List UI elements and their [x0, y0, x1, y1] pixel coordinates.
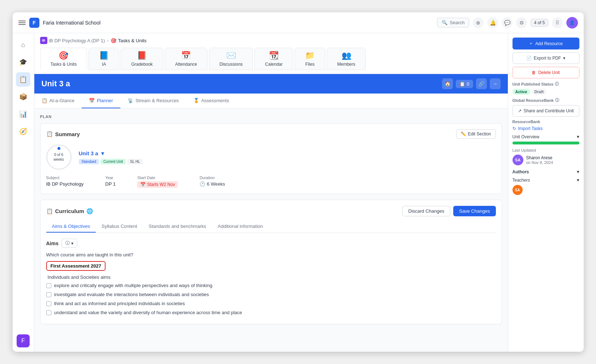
calendar-tab-label: Calendar [265, 62, 283, 67]
school-name: Faria International School [43, 20, 101, 26]
chevron-down-icon: ▾ [577, 134, 579, 139]
plugin-icon[interactable]: F [17, 334, 30, 347]
teachers-label: Teachers [513, 178, 530, 183]
sidebar-item-tasks[interactable]: 📋 [16, 72, 30, 87]
tab-gradebook[interactable]: 📕 Gradebook [121, 48, 163, 70]
counter-badge[interactable]: 4 of 5 [531, 19, 548, 27]
tab-discussions[interactable]: ✉️ Discussions [209, 48, 253, 70]
breadcrumb-current-label: Tasks & Units [118, 38, 146, 43]
sub-tab-stream-resources[interactable]: 📡 Stream & Resources [120, 94, 186, 108]
checkbox-2[interactable] [46, 292, 51, 297]
updater-info: Sharon Arese on Nov 8, 2024 [526, 155, 553, 165]
share-btn-label: Share and Contribute Unit [524, 108, 574, 113]
attendance-tab-icon: 📅 [181, 51, 191, 60]
unit-status-text: Unit Published Status [513, 82, 554, 86]
aims-row: Aims ⓘ ▾ [46, 239, 496, 248]
right-sidebar: ＋ Add Resource 📄 Export to PDF ▾ 🗑 Delet… [508, 33, 584, 352]
discard-changes-button[interactable]: Discard Changes [402, 206, 451, 216]
breadcrumb-course[interactable]: IB IB DP Psychology A (DP 1) [40, 37, 105, 44]
unit-home-button[interactable]: 🏠 [442, 78, 453, 89]
search-label: Search [450, 20, 464, 25]
sidebar-item-home[interactable]: ⌂ [16, 38, 30, 52]
assessments-icon: 🏅 [193, 98, 199, 103]
user-avatar[interactable]: 👤 [566, 17, 578, 29]
main-panel: IB IB DP Psychology A (DP 1) › 🎯 Tasks &… [34, 33, 508, 352]
teachers-chevron-icon: ▾ [577, 177, 579, 183]
tab-members[interactable]: 👥 Members [327, 48, 366, 70]
apps-grid-icon[interactable]: ⠿ [552, 17, 563, 28]
updater-avatar: SA [513, 155, 523, 165]
unit-count-icon: 📋 [459, 81, 465, 87]
checkbox-label-4: understand and value the variety and div… [54, 310, 242, 315]
save-changes-button[interactable]: Save Changes [453, 206, 496, 216]
add-resource-button[interactable]: ＋ Add Resource [513, 38, 579, 49]
calendar-tab-icon: 📆 [269, 51, 279, 60]
aims-label: Aims [46, 240, 59, 246]
sub-tab-assessments[interactable]: 🏅 Assessments [186, 94, 236, 108]
curriculum-icon: 📋 [46, 208, 53, 214]
share-icon: ↗ [518, 108, 522, 113]
settings-icon[interactable]: ⚙ [516, 17, 527, 28]
summary-row: 0 of 6 weeks Unit 3 a ▾ [46, 144, 496, 170]
topbar-right: 🔍 Search ⊕ 🔔 💬 ⚙ 4 of 5 ⠿ 👤 [437, 17, 578, 29]
updater-row: SA Sharon Arese on Nov 8, 2024 [513, 155, 579, 165]
unit-link-button[interactable]: 🔗 [476, 78, 487, 89]
sidebar-item-resources[interactable]: 📦 [16, 90, 30, 104]
unit-name-row[interactable]: Unit 3 a ▾ [79, 150, 143, 157]
teachers-row[interactable]: Teachers ▾ [513, 177, 579, 183]
assessment-badge[interactable]: First Assessment 2027 [46, 261, 106, 271]
ia-tab-icon: 📘 [99, 51, 109, 60]
edit-btn-label: Edit Section [468, 131, 491, 136]
tab-tasks-units[interactable]: 🎯 Tasks & Units [40, 48, 87, 70]
files-tab-label: Files [305, 62, 314, 67]
search-box[interactable]: 🔍 Search [437, 18, 469, 27]
tab-ia[interactable]: 📘 IA [89, 48, 119, 70]
menu-icon[interactable] [18, 19, 26, 26]
help-icon[interactable]: ⊕ [473, 17, 484, 28]
plan-content: PLAN 📋 Summary ✏️ Edit Section [34, 109, 508, 330]
unit-overview-collapsible[interactable]: Unit Overview ▾ [513, 134, 579, 139]
tab-attendance[interactable]: 📅 Attendance [165, 48, 208, 70]
globe-icon: 🌐 [86, 208, 93, 214]
meta-start-date: Start Date 📅 Starts W2 Nov [137, 176, 178, 188]
teacher-avatar: SA [513, 185, 523, 195]
last-updated-label: Last Updated [513, 148, 579, 152]
global-resource-label: Global ResourceBank ⓘ [513, 98, 579, 103]
meta-row: Subject IB DP Psychology Year DP 1 Start… [46, 176, 496, 188]
checkbox-1[interactable] [46, 283, 51, 288]
content-area: IB IB DP Psychology A (DP 1) › 🎯 Tasks &… [34, 33, 584, 352]
course-header: IB IB DP Psychology A (DP 1) › 🎯 Tasks &… [34, 33, 508, 74]
unit-next-button[interactable]: → [490, 78, 501, 89]
checkbox-4[interactable] [46, 310, 51, 315]
sidebar-item-courses[interactable]: 🎓 [16, 55, 30, 69]
checkbox-3[interactable] [46, 301, 51, 306]
notifications-icon[interactable]: 🔔 [487, 17, 498, 28]
unit-overview-label: Unit Overview [513, 134, 540, 139]
sidebar-item-reports[interactable]: 📊 [16, 107, 30, 121]
curr-tab-aims[interactable]: Aims & Objectives [46, 221, 96, 233]
curr-tab-standards[interactable]: Standards and benchmarks [143, 221, 212, 233]
delete-unit-button[interactable]: 🗑 Delete Unit [513, 67, 579, 78]
gradebook-tab-icon: 📕 [137, 51, 147, 60]
export-pdf-button[interactable]: 📄 Export to PDF ▾ [513, 52, 579, 64]
breadcrumb-current[interactable]: 🎯 Tasks & Units [111, 38, 146, 43]
sub-tab-at-a-glance[interactable]: 📋 At-a-Glance [34, 94, 82, 108]
discussions-tab-label: Discussions [219, 62, 243, 67]
sidebar-item-compass[interactable]: 🧭 [16, 124, 30, 139]
week-dot [57, 147, 60, 150]
checkbox-item-2: investigate and evaluate the interaction… [46, 291, 496, 298]
sub-tab-planner[interactable]: 📅 Planner [82, 94, 120, 108]
curr-tab-syllabus[interactable]: Syllabus Content [96, 221, 143, 233]
edit-section-button[interactable]: ✏️ Edit Section [456, 129, 496, 139]
clock-icon: 🕐 [200, 181, 205, 187]
share-contribute-button[interactable]: ↗ Share and Contribute Unit [513, 105, 579, 117]
summary-title: 📋 Summary [46, 131, 80, 137]
messages-icon[interactable]: 💬 [502, 17, 513, 28]
import-tasks-link[interactable]: ↻ Import Tasks [513, 126, 579, 131]
tab-files[interactable]: 📁 Files [295, 48, 325, 70]
authors-row[interactable]: Authors ▾ [513, 169, 579, 174]
summary-title-text: Summary [55, 131, 80, 137]
aims-info-button[interactable]: ⓘ ▾ [61, 239, 77, 248]
tab-calendar[interactable]: 📆 Calendar [254, 48, 293, 70]
curr-tab-additional[interactable]: Additional information [212, 221, 269, 233]
